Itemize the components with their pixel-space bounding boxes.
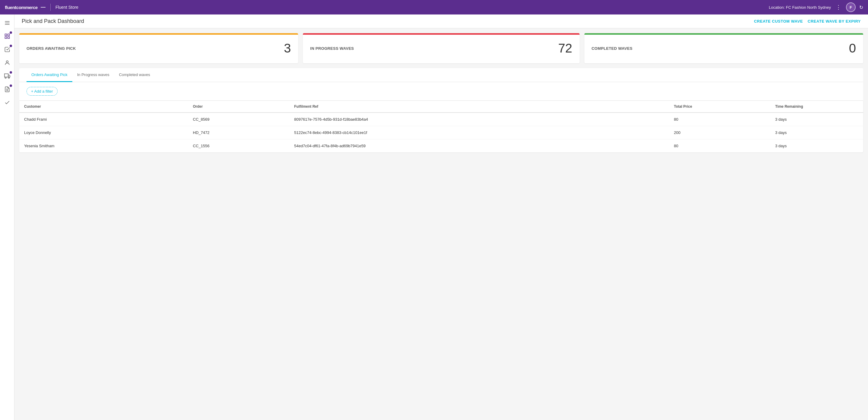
cell-fulfilment-2: 54ed7c04-df61-47fa-8f4b-ad69b7941e59 [289,139,669,153]
svg-rect-4 [7,34,9,36]
col-header-order: Order [188,101,289,113]
store-name: Fluent Store [56,5,79,10]
cell-customer-2: Yesenia Smitham [19,139,188,153]
tab-in-progress-waves[interactable]: In Progress waves [72,68,114,82]
cell-order-2: CC_1556 [188,139,289,153]
cell-price-1: 200 [669,126,770,139]
tab-orders-awaiting-pick[interactable]: Orders Awaiting Pick [27,68,72,82]
sidebar-item-check[interactable] [1,96,13,109]
svg-rect-8 [4,74,8,77]
sidebar-reports-badge [10,84,12,87]
sidebar-badge [10,31,12,34]
col-header-price: Total Price [669,101,770,113]
add-filter-button[interactable]: + Add a filter [27,87,58,96]
table-row: Chadd Frami CC_8569 8097617e-7576-4d5b-9… [19,113,863,126]
table-header: Customer Order Fulfilment Ref Total Pric… [19,101,863,113]
cell-order-0: CC_8569 [188,113,289,126]
table-row: Yesenia Smitham CC_1556 54ed7c04-df61-47… [19,139,863,153]
page-title: Pick and Pack Dashboard [22,18,84,24]
card-label-2: IN PROGRESS WAVES [310,46,354,51]
nav-right: Location: FC Fashion North Sydney ⋮ F ↻ [769,2,863,12]
card-label-1: ORDERS AWAITING PICK [27,46,76,51]
svg-rect-3 [5,34,7,36]
sidebar [0,15,14,420]
nav-divider [50,4,51,11]
cell-customer-1: Loyce Donnelly [19,126,188,139]
cell-time-2: 3 days [770,139,863,153]
svg-rect-5 [5,37,7,38]
card-in-progress: IN PROGRESS WAVES 72 [303,33,579,63]
layout: Pick and Pack Dashboard CREATE CUSTOM WA… [0,15,868,420]
cell-fulfilment-0: 8097617e-7576-4d5b-931d-f18bae83b4a4 [289,113,669,126]
cell-fulfilment-1: 5122ec74-8ebc-4994-8383-cb14c101ee1f [289,126,669,139]
svg-marker-9 [8,75,10,77]
create-custom-wave-link[interactable]: CREATE CUSTOM WAVE [754,19,803,24]
card-bar-2 [303,33,579,35]
logo-text: fluentcommerce [5,5,38,10]
card-value-2: 72 [558,41,572,56]
sidebar-item-dashboard[interactable] [1,30,13,42]
sidebar-delivery-badge [10,71,12,74]
cell-order-1: HD_7472 [188,126,289,139]
sidebar-item-menu[interactable] [1,17,13,29]
cell-price-0: 80 [669,113,770,126]
location-text: Location: FC Fashion North Sydney [769,5,831,10]
tabs-bar: Orders Awaiting Pick In Progress waves C… [19,68,863,82]
card-value-1: 3 [284,41,291,56]
avatar[interactable]: F [846,2,856,12]
card-completed: COMPLETED WAVES 0 [584,33,863,63]
sidebar-item-delivery[interactable] [1,70,13,82]
page-header: Pick and Pack Dashboard CREATE CUSTOM WA… [14,15,868,28]
svg-point-7 [6,61,8,63]
cell-customer-0: Chadd Frami [19,113,188,126]
svg-rect-6 [7,37,9,38]
card-orders-awaiting: ORDERS AWAITING PICK 3 [19,33,298,63]
col-header-customer: Customer [19,101,188,113]
logo[interactable]: fluentcommerce — [5,4,45,10]
cell-price-2: 80 [669,139,770,153]
create-wave-by-expiry-link[interactable]: CREATE WAVE BY EXPIRY [808,19,861,24]
main-content: Pick and Pack Dashboard CREATE CUSTOM WA… [14,15,868,420]
refresh-icon[interactable]: ↻ [859,4,863,10]
svg-point-11 [8,77,9,78]
sidebar-item-orders[interactable] [1,44,13,56]
sidebar-item-users[interactable] [1,57,13,69]
sidebar-item-reports[interactable] [1,83,13,95]
table-row: Loyce Donnelly HD_7472 5122ec74-8ebc-499… [19,126,863,139]
table-body: Chadd Frami CC_8569 8097617e-7576-4d5b-9… [19,113,863,152]
cell-time-1: 3 days [770,126,863,139]
card-label-3: COMPLETED WAVES [592,46,632,51]
table-container: Customer Order Fulfilment Ref Total Pric… [19,101,863,152]
tab-completed-waves[interactable]: Completed waves [114,68,155,82]
orders-table: Customer Order Fulfilment Ref Total Pric… [19,101,863,152]
logo-symbol: — [41,4,45,10]
filter-row: + Add a filter [19,82,863,101]
cards-row: ORDERS AWAITING PICK 3 IN PROGRESS WAVES… [14,28,868,68]
card-bar-1 [19,33,298,35]
col-header-fulfilment: Fulfilment Ref [289,101,669,113]
svg-point-10 [5,77,6,78]
header-actions: CREATE CUSTOM WAVE CREATE WAVE BY EXPIRY [754,19,861,24]
sidebar-orders-badge [10,45,12,47]
more-options-icon[interactable]: ⋮ [835,3,842,12]
cell-time-0: 3 days [770,113,863,126]
card-bar-3 [584,33,863,35]
card-value-3: 0 [849,41,856,56]
top-nav: fluentcommerce — Fluent Store Location: … [0,0,868,15]
col-header-time: Time Remaining [770,101,863,113]
